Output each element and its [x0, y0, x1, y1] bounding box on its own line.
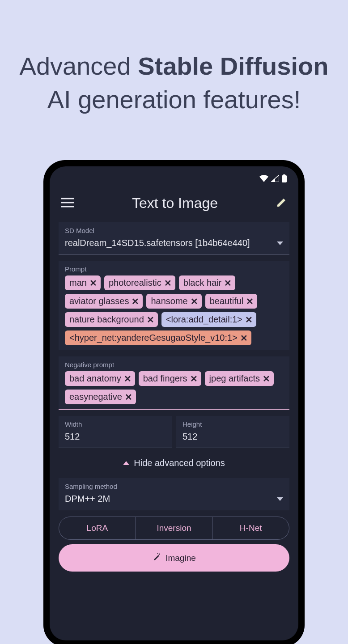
chip[interactable]: photorealistic✕ — [104, 275, 175, 290]
chip-label: <lora:add_detail:1> — [166, 314, 242, 325]
svg-rect-0 — [282, 175, 287, 182]
negative-prompt-chips: bad anatomy✕bad fingers✕jpeg artifacts✕e… — [65, 371, 283, 404]
hide-advanced-toggle[interactable]: Hide advanced options — [50, 458, 298, 468]
negative-prompt-label: Negative prompt — [65, 361, 283, 369]
hero-line-1: Advanced Stable Diffusion — [0, 51, 348, 80]
chevron-down-icon — [277, 239, 283, 247]
close-icon[interactable]: ✕ — [124, 374, 132, 383]
chip-label: jpeg artifacts — [209, 373, 260, 384]
menu-icon[interactable] — [61, 198, 74, 209]
chip-label: bad anatomy — [69, 373, 121, 384]
edit-icon[interactable] — [276, 197, 287, 210]
chip[interactable]: bad anatomy✕ — [65, 371, 135, 386]
chip[interactable]: easynegative✕ — [65, 390, 136, 404]
phone-frame: Text to Image SD Model realDream_14SD15.… — [43, 160, 305, 644]
negative-prompt-field[interactable]: Negative prompt bad anatomy✕bad fingers✕… — [59, 356, 289, 410]
hero-heading: Advanced Stable Diffusion AI generation … — [0, 0, 348, 114]
close-icon[interactable]: ✕ — [147, 315, 154, 324]
chip[interactable]: hansome✕ — [146, 294, 201, 309]
imagine-label: Imagine — [166, 553, 196, 563]
signal-icon — [271, 175, 279, 182]
wifi-icon — [259, 175, 268, 182]
battery-icon — [282, 174, 287, 182]
chip-label: man — [69, 278, 87, 288]
app-bar: Text to Image — [50, 187, 298, 222]
svg-point-2 — [159, 554, 160, 555]
close-icon[interactable]: ✕ — [125, 393, 132, 402]
sampling-method-value: DPM++ 2M — [65, 492, 277, 505]
chevron-down-icon — [277, 495, 283, 503]
chip[interactable]: <hyper_net:yandereGesugaoStyle_v10:1>✕ — [65, 330, 251, 345]
close-icon[interactable]: ✕ — [132, 297, 139, 306]
chip-label: hansome — [151, 296, 187, 306]
wand-icon — [152, 552, 161, 564]
imagine-button[interactable]: Imagine — [59, 544, 289, 572]
close-icon[interactable]: ✕ — [89, 279, 97, 288]
width-value: 512 — [65, 430, 166, 443]
close-icon[interactable]: ✕ — [190, 374, 198, 383]
tab-hnet[interactable]: H-Net — [212, 517, 289, 539]
chip-label: easynegative — [69, 392, 122, 402]
bottom-tabs: LoRA Inversion H-Net — [59, 517, 289, 540]
close-icon[interactable]: ✕ — [246, 297, 254, 306]
hero-line-2: AI generation features! — [0, 85, 348, 114]
chip[interactable]: <lora:add_detail:1>✕ — [161, 312, 256, 327]
chip[interactable]: jpeg artifacts✕ — [205, 371, 274, 386]
chip-label: beautiful — [210, 296, 244, 306]
chip-label: aviator glasses — [69, 296, 129, 306]
width-label: Width — [65, 420, 166, 428]
triangle-up-icon — [123, 461, 129, 465]
sd-model-label: SD Model — [65, 227, 283, 234]
width-field[interactable]: Width 512 — [59, 416, 172, 448]
chip-label: nature background — [69, 314, 144, 325]
close-icon[interactable]: ✕ — [191, 297, 198, 306]
chip-label: bad fingers — [143, 373, 187, 384]
svg-point-3 — [157, 553, 158, 554]
chip[interactable]: aviator glasses✕ — [65, 294, 143, 309]
prompt-field[interactable]: Prompt man✕photorealistic✕black hair✕avi… — [59, 261, 289, 350]
sd-model-value: realDream_14SD15.safetensors [1b4b64e440… — [65, 236, 277, 250]
prompt-chips: man✕photorealistic✕black hair✕aviator gl… — [65, 275, 283, 345]
height-label: Height — [182, 420, 283, 428]
phone-screen: Text to Image SD Model realDream_14SD15.… — [50, 166, 298, 640]
chip[interactable]: black hair✕ — [179, 275, 236, 290]
sampling-method-label: Sampling method — [65, 483, 283, 490]
prompt-label: Prompt — [65, 265, 283, 273]
app-bar-title: Text to Image — [132, 195, 218, 212]
close-icon[interactable]: ✕ — [245, 315, 253, 324]
height-value: 512 — [182, 430, 283, 443]
hide-advanced-label: Hide advanced options — [134, 458, 225, 468]
svg-rect-1 — [283, 174, 285, 176]
dimension-row: Width 512 Height 512 — [59, 416, 289, 448]
chip[interactable]: nature background✕ — [65, 312, 158, 327]
chip-label: black hair — [183, 278, 222, 288]
hero-pre: Advanced — [20, 52, 138, 80]
chip[interactable]: man✕ — [65, 275, 101, 290]
close-icon[interactable]: ✕ — [224, 279, 232, 288]
tab-lora[interactable]: LoRA — [59, 517, 136, 539]
close-icon[interactable]: ✕ — [263, 374, 270, 383]
chip-label: <hyper_net:yandereGesugaoStyle_v10:1> — [69, 333, 238, 343]
chip[interactable]: beautiful✕ — [205, 294, 258, 309]
close-icon[interactable]: ✕ — [240, 334, 248, 343]
chip-label: photorealistic — [109, 278, 161, 288]
height-field[interactable]: Height 512 — [176, 416, 289, 448]
hero-bold: Stable Diffusion — [138, 52, 328, 80]
chip[interactable]: bad fingers✕ — [139, 371, 201, 386]
tab-inversion[interactable]: Inversion — [136, 517, 212, 539]
sd-model-field[interactable]: SD Model realDream_14SD15.safetensors [1… — [59, 222, 289, 254]
close-icon[interactable]: ✕ — [164, 279, 172, 288]
sampling-method-field[interactable]: Sampling method DPM++ 2M — [59, 478, 289, 510]
status-bar — [50, 166, 298, 187]
